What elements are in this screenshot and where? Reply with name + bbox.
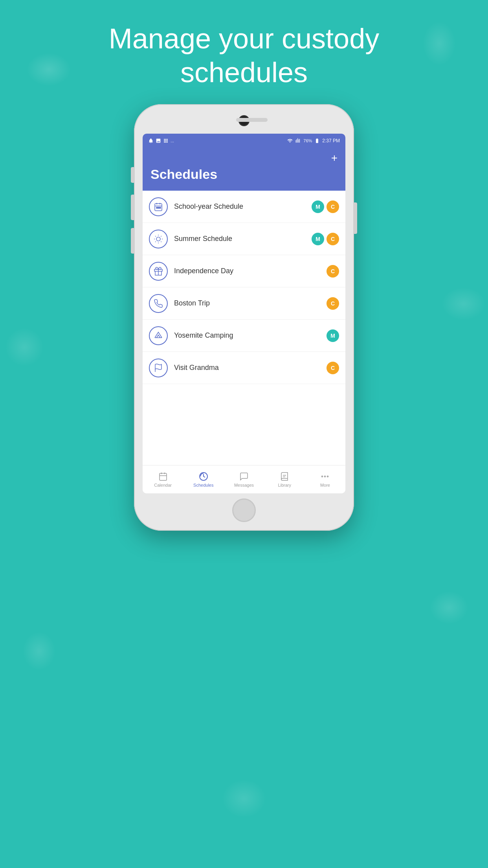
page-headline: Manage your custody schedules	[0, 22, 488, 90]
battery-icon	[314, 138, 320, 143]
item-badges: C	[327, 265, 339, 278]
item-label: School-year Schedule	[174, 202, 312, 211]
svg-rect-20	[160, 473, 167, 480]
list-item[interactable]: Boston Trip C	[143, 287, 345, 320]
badge-c: C	[327, 265, 339, 278]
more-nav-icon	[320, 471, 330, 482]
notification-icon	[148, 138, 154, 143]
status-dots: ...	[171, 138, 174, 143]
nav-label-schedules: Schedules	[193, 483, 213, 487]
phone-screen: ... 76% 2:37 PM +	[143, 134, 345, 493]
list-item[interactable]: School-year Schedule M C	[143, 191, 345, 223]
power-button	[354, 202, 357, 234]
badge-c: C	[327, 297, 339, 310]
nav-item-schedules[interactable]: Schedules	[183, 471, 224, 487]
item-label: Independence Day	[174, 267, 327, 275]
svg-rect-6	[160, 207, 161, 208]
status-bar: ... 76% 2:37 PM	[143, 134, 345, 148]
silent-button	[131, 167, 134, 183]
nav-label-more: More	[320, 483, 330, 487]
svg-line-10	[155, 236, 156, 236]
volume-down-button	[131, 228, 134, 254]
list-item[interactable]: Independence Day C	[143, 255, 345, 287]
gift-icon-wrap	[149, 262, 168, 281]
camping-icon	[154, 331, 163, 340]
item-label: Summer Schedule	[174, 235, 312, 243]
volume-up-button	[131, 195, 134, 220]
calendar-icon-wrap	[149, 197, 168, 216]
svg-line-15	[161, 236, 161, 236]
badge-m: M	[327, 329, 339, 342]
item-badges: M C	[312, 200, 339, 213]
plane-icon	[154, 299, 163, 308]
app-title: Schedules	[150, 167, 338, 182]
svg-point-26	[322, 476, 323, 477]
phone-frame: ... 76% 2:37 PM +	[134, 104, 354, 531]
nav-label-messages: Messages	[234, 483, 254, 487]
badge-c: C	[327, 362, 339, 374]
gift-icon	[154, 267, 163, 276]
nav-item-messages[interactable]: Messages	[224, 471, 264, 487]
svg-rect-4	[156, 207, 158, 208]
library-nav-icon	[279, 471, 290, 482]
nav-label-calendar: Calendar	[154, 483, 172, 487]
badge-m: M	[312, 233, 324, 245]
item-label: Boston Trip	[174, 299, 327, 307]
nav-label-library: Library	[278, 483, 291, 487]
camping-icon-wrap	[149, 326, 168, 345]
sun-icon-wrap	[149, 230, 168, 248]
schedule-list: School-year Schedule M C	[143, 191, 345, 465]
schedules-nav-icon	[198, 471, 209, 482]
svg-point-7	[156, 237, 160, 241]
item-badges: C	[327, 362, 339, 374]
status-left: ...	[148, 138, 174, 143]
flag-icon-wrap	[149, 359, 168, 377]
signal-icon	[295, 138, 301, 143]
list-item[interactable]: Yosemite Camping M	[143, 320, 345, 352]
wifi-icon	[287, 138, 293, 143]
item-badges: C	[327, 297, 339, 310]
messages-nav-icon	[239, 471, 249, 482]
list-item[interactable]: Summer Schedule M C	[143, 223, 345, 255]
flag-icon	[154, 363, 163, 373]
add-schedule-button[interactable]: +	[331, 153, 338, 164]
nav-item-library[interactable]: Library	[264, 471, 305, 487]
calendar-nav-icon	[158, 471, 168, 482]
svg-line-11	[161, 241, 161, 242]
status-right: 76% 2:37 PM	[287, 138, 340, 143]
svg-point-28	[327, 476, 328, 477]
list-item[interactable]: Visit Grandma C	[143, 352, 345, 384]
battery-percentage: 76%	[303, 138, 312, 143]
item-label: Yosemite Camping	[174, 331, 327, 340]
plane-icon-wrap	[149, 294, 168, 313]
nav-item-more[interactable]: More	[305, 471, 345, 487]
apps-icon	[163, 138, 169, 143]
bottom-nav: Calendar Schedules	[143, 465, 345, 493]
app-header: + Schedules	[143, 148, 345, 191]
item-label: Visit Grandma	[174, 364, 327, 372]
home-button[interactable]	[232, 498, 256, 522]
svg-point-27	[325, 476, 326, 477]
calendar-icon	[154, 202, 163, 211]
badge-c: C	[327, 200, 339, 213]
item-badges: M C	[312, 233, 339, 245]
nav-item-calendar[interactable]: Calendar	[143, 471, 183, 487]
item-badges: M	[327, 329, 339, 342]
svg-rect-5	[158, 207, 159, 208]
svg-line-14	[155, 241, 156, 242]
badge-m: M	[312, 200, 324, 213]
image-icon	[156, 138, 161, 143]
speaker	[236, 118, 268, 122]
sun-icon	[154, 234, 163, 244]
time-display: 2:37 PM	[322, 138, 340, 143]
badge-c: C	[327, 233, 339, 245]
